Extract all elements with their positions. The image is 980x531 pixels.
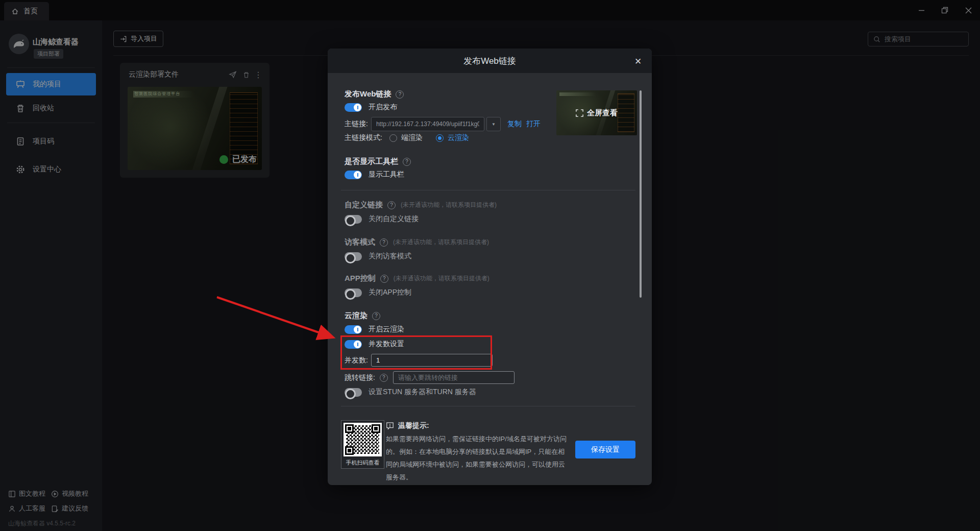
help-icon[interactable]: ?	[380, 238, 388, 247]
stun-turn-toggle-row: 设置STUN 服务器和TURN 服务器	[345, 388, 476, 397]
section-divider	[341, 190, 635, 190]
toolbar-toggle-row: 显示工具栏	[345, 170, 404, 179]
tip-text: 如果需要跨网络访问，需保证链接中的IP/域名是可被对方访问的。例如：在本地电脑分…	[386, 432, 568, 484]
guest-mode-section-header: 访客模式 ? (未开通该功能，请联系项目提供者)	[345, 237, 489, 247]
toggle-label: 开启云渲染	[369, 325, 404, 334]
qr-finder	[345, 446, 354, 455]
section-hint: (未开通该功能，请联系项目提供者)	[401, 201, 497, 209]
link-mode-row: 主链接模式: 端渲染 云渲染	[345, 133, 469, 142]
radio-label[interactable]: 端渲染	[401, 133, 423, 142]
help-icon[interactable]: ?	[403, 158, 411, 166]
radio-client-render[interactable]	[389, 134, 397, 142]
help-icon[interactable]: ?	[396, 90, 404, 99]
help-icon[interactable]: ?	[380, 374, 388, 382]
toggle-label: 设置STUN 服务器和TURN 服务器	[369, 388, 476, 397]
qr-caption: 手机扫码查看	[341, 459, 384, 467]
guest-mode-toggle-row: 关闭访客模式	[345, 252, 411, 261]
help-icon[interactable]: ?	[372, 312, 380, 320]
link-preview-thumbnail[interactable]: 全屏查看	[556, 90, 637, 135]
save-settings-button[interactable]: 保存设置	[575, 441, 635, 458]
scrollbar-thumb[interactable]	[640, 90, 642, 298]
dialog-header: 发布Web链接	[328, 49, 652, 73]
open-link[interactable]: 打开	[526, 119, 541, 129]
help-icon[interactable]: ?	[387, 201, 396, 209]
link-mode-label: 主链接模式:	[345, 133, 382, 142]
notice-bubble-icon	[386, 422, 394, 430]
custom-link-toggle[interactable]	[345, 215, 362, 224]
publish-toggle-row: 开启发布	[345, 103, 397, 112]
section-label: APP控制	[345, 274, 376, 283]
annotation-highlight-box	[340, 335, 492, 370]
redirect-link-input[interactable]	[393, 371, 514, 384]
section-divider	[341, 406, 635, 406]
chevron-down-icon: ▼	[492, 122, 496, 127]
toggle-label: 关闭自定义链接	[369, 214, 419, 224]
main-link-input[interactable]	[371, 117, 484, 131]
toolbar-section-header: 是否显示工具栏 ?	[345, 157, 411, 166]
annotation-arrow	[204, 286, 357, 357]
custom-link-toggle-row: 关闭自定义链接	[345, 214, 419, 224]
qr-code-box: 手机扫码查看	[341, 420, 384, 469]
section-hint: (未开通该功能，请联系项目提供者)	[393, 238, 489, 247]
section-label: 自定义链接	[345, 200, 383, 210]
custom-link-section-header: 自定义链接 ? (未开通该功能，请联系项目提供者)	[345, 200, 497, 210]
fullscreen-view-label: 全屏查看	[587, 108, 618, 118]
radio-label[interactable]: 云渲染	[448, 133, 469, 142]
publish-section-header: 发布Web链接 ?	[345, 89, 404, 99]
publish-web-link-dialog: 发布Web链接 ✕ 发布Web链接 ? 开启发布 主链接: ▼ 复制 打开 主链…	[328, 49, 652, 485]
section-hint: (未开通该功能，请联系项目提供者)	[394, 274, 489, 283]
expand-icon	[576, 109, 583, 117]
redirect-link-row: 跳转链接: ?	[345, 371, 514, 384]
copy-link[interactable]: 复制	[507, 119, 522, 129]
main-link-label: 主链接:	[345, 119, 368, 129]
toggle-label: 开启发布	[369, 103, 397, 112]
tip-title: 温馨提示:	[398, 421, 429, 430]
toggle-label: 关闭APP控制	[369, 288, 411, 297]
stun-turn-toggle[interactable]	[345, 388, 362, 397]
dialog-close-button[interactable]: ✕	[631, 55, 645, 68]
toggle-label: 显示工具栏	[369, 170, 404, 179]
main-link-row: 主链接: ▼ 复制 打开	[345, 117, 541, 131]
fullscreen-view-button[interactable]: 全屏查看	[556, 90, 637, 135]
toggle-label: 关闭访客模式	[369, 252, 411, 261]
dialog-title: 发布Web链接	[463, 55, 516, 67]
section-label: 发布Web链接	[345, 89, 391, 99]
redirect-link-label: 跳转链接:	[345, 373, 375, 382]
radio-cloud-render[interactable]	[436, 134, 444, 142]
link-dropdown-button[interactable]: ▼	[486, 117, 501, 131]
guest-mode-toggle[interactable]	[345, 252, 362, 261]
publish-toggle[interactable]	[345, 103, 362, 112]
section-label: 访客模式	[345, 237, 375, 247]
section-label: 是否显示工具栏	[345, 157, 398, 166]
qr-code-image	[344, 423, 382, 456]
tip-header: 温馨提示:	[386, 421, 429, 430]
show-toolbar-toggle[interactable]	[345, 171, 362, 179]
qr-finder	[372, 424, 380, 433]
qr-finder	[345, 424, 354, 433]
app-control-section-header: APP控制 ? (未开通该功能，请联系项目提供者)	[345, 274, 489, 283]
help-icon[interactable]: ?	[380, 275, 388, 283]
